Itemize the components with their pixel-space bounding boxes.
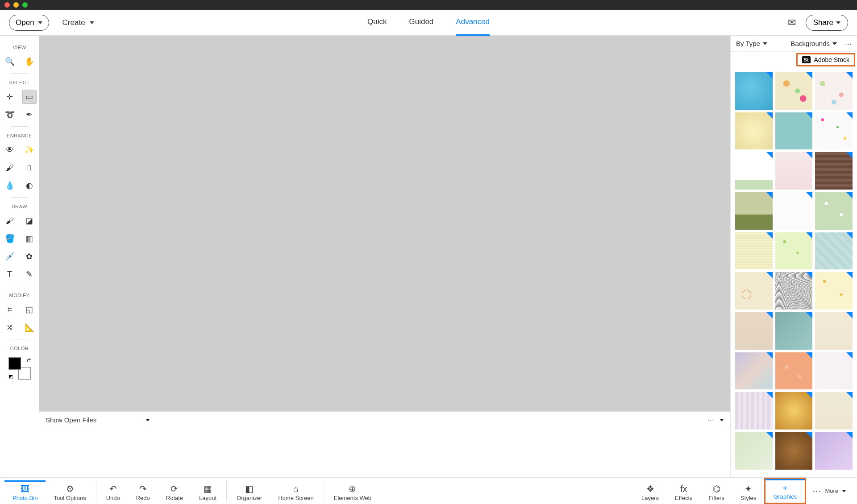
bottombar-tool-options[interactable]: ⚙Tool Options xyxy=(46,480,94,504)
background-thumb[interactable] xyxy=(775,432,813,470)
background-thumb[interactable] xyxy=(735,112,773,150)
shape-tool[interactable]: ✿ xyxy=(22,249,37,264)
background-thumb[interactable] xyxy=(735,232,773,270)
background-thumb[interactable] xyxy=(775,392,813,430)
background-thumb[interactable] xyxy=(815,152,853,190)
bottombar-styles[interactable]: ✦Styles xyxy=(732,482,764,504)
background-thumb[interactable] xyxy=(815,112,853,150)
background-thumb[interactable] xyxy=(775,272,813,310)
type-tool[interactable]: T xyxy=(3,267,17,281)
adobe-stock-button[interactable]: St Adobe Stock xyxy=(796,53,855,66)
background-thumb[interactable] xyxy=(735,192,773,230)
chevron-down-icon[interactable] xyxy=(720,419,724,421)
share-button[interactable]: Share xyxy=(806,15,848,31)
maximize-window-button[interactable] xyxy=(22,2,28,8)
background-thumb[interactable] xyxy=(775,232,813,270)
smart-brush-tool[interactable]: 🖌 xyxy=(3,161,17,175)
pencil-tool[interactable]: ✎ xyxy=(22,267,37,281)
background-thumb[interactable] xyxy=(735,352,773,390)
tab-guided[interactable]: Guided xyxy=(409,9,434,36)
background-thumb[interactable] xyxy=(815,392,853,430)
foreground-color-swatch[interactable] xyxy=(8,357,21,370)
open-button[interactable]: Open xyxy=(9,15,49,31)
brush-tool[interactable]: 🖌 xyxy=(3,214,17,228)
crop-tool[interactable]: ⌗ xyxy=(3,302,17,317)
clone-stamp-tool[interactable]: ⎍ xyxy=(22,161,37,175)
bottombar-filters[interactable]: ⌬Filters xyxy=(701,482,732,504)
bottombar-graphics[interactable]: ＋Graphics xyxy=(765,479,805,503)
create-button[interactable]: Create xyxy=(62,18,94,27)
background-thumb[interactable] xyxy=(815,352,853,390)
bottombar-item-label: Graphics xyxy=(774,493,797,500)
recompose-tool[interactable]: ◱ xyxy=(22,302,37,317)
background-thumb[interactable] xyxy=(815,432,853,470)
marquee-tool[interactable]: ▭ xyxy=(22,90,37,104)
eyedropper-tool[interactable]: 💉 xyxy=(3,249,17,264)
bottombar-item-label: Rotate xyxy=(166,495,183,501)
background-thumb[interactable] xyxy=(815,272,853,310)
gradient-tool[interactable]: ▥ xyxy=(22,231,37,246)
straighten-tool[interactable]: 📐 xyxy=(22,320,37,335)
more-icon[interactable]: ⋯ xyxy=(845,40,852,48)
close-window-button[interactable] xyxy=(4,2,10,8)
background-thumb[interactable] xyxy=(775,312,813,350)
background-thumb[interactable] xyxy=(815,232,853,270)
category-dropdown[interactable]: Backgrounds xyxy=(790,40,837,47)
tab-quick[interactable]: Quick xyxy=(367,9,387,36)
sponge-tool[interactable]: ◐ xyxy=(22,178,37,193)
tools-sidebar: VIEW 🔍 ✋ SELECT ✛ ▭ ➰ ✒ ENHANCE 👁 ✨ 🖌 ⎍ … xyxy=(0,36,39,477)
filter-by-type-dropdown[interactable]: By Type xyxy=(736,40,767,47)
lasso-tool[interactable]: ➰ xyxy=(3,107,17,122)
blur-tool[interactable]: 💧 xyxy=(3,178,17,193)
background-thumb[interactable] xyxy=(735,392,773,430)
background-thumb[interactable] xyxy=(735,272,773,310)
eraser-tool[interactable]: ◪ xyxy=(22,214,37,228)
spot-heal-tool[interactable]: ✨ xyxy=(22,143,37,157)
bottombar-organizer[interactable]: ◧Organizer xyxy=(229,482,270,504)
canvas[interactable] xyxy=(39,36,730,411)
background-thumb[interactable] xyxy=(735,152,773,190)
background-thumb[interactable] xyxy=(735,312,773,350)
background-thumb[interactable] xyxy=(775,112,813,150)
hand-tool[interactable]: ✋ xyxy=(22,54,37,69)
more-label: More xyxy=(825,487,838,494)
tab-advanced[interactable]: Advanced xyxy=(456,9,490,36)
swap-colors-icon[interactable]: ⇄ xyxy=(27,357,31,363)
canvas-area: Show Open Files ⋯ xyxy=(39,36,730,477)
background-thumb[interactable] xyxy=(815,72,853,110)
background-thumb[interactable] xyxy=(775,192,813,230)
bottombar-more[interactable]: ⋯More xyxy=(806,486,853,496)
content-aware-tool[interactable]: ⤮ xyxy=(3,320,17,335)
chevron-down-icon[interactable] xyxy=(146,419,150,421)
background-thumb[interactable] xyxy=(815,192,853,230)
graphics-icon: ＋ xyxy=(781,483,790,492)
background-thumb[interactable] xyxy=(775,72,813,110)
minimize-window-button[interactable] xyxy=(13,2,19,8)
background-thumb[interactable] xyxy=(815,312,853,350)
eye-tool[interactable]: 👁 xyxy=(3,143,17,157)
background-thumb[interactable] xyxy=(735,432,773,470)
bottombar-layers[interactable]: ❖Layers xyxy=(633,482,667,504)
bottombar-layout[interactable]: ▦Layout xyxy=(191,482,225,504)
move-tool[interactable]: ✛ xyxy=(3,90,17,104)
color-swatches[interactable]: ⇄ ◩ xyxy=(8,357,31,380)
more-icon[interactable]: ⋯ xyxy=(707,416,714,424)
mail-icon[interactable]: ✉ xyxy=(788,17,796,29)
zoom-tool[interactable]: 🔍 xyxy=(3,54,17,69)
bottombar-home-screen[interactable]: ⌂Home Screen xyxy=(270,482,321,504)
background-thumb[interactable] xyxy=(775,352,813,390)
reset-colors-icon[interactable]: ◩ xyxy=(8,374,13,380)
bottombar-photo-bin[interactable]: 🖼Photo Bin xyxy=(4,480,46,504)
background-thumb[interactable] xyxy=(735,72,773,110)
show-open-files-label[interactable]: Show Open Files xyxy=(46,416,96,424)
bottombar-undo[interactable]: ↶Undo xyxy=(98,482,128,504)
bottombar-rotate[interactable]: ⟳Rotate xyxy=(158,482,191,504)
bottombar-effects[interactable]: fxEffects xyxy=(667,482,701,504)
bottombar-redo[interactable]: ↷Redo xyxy=(128,482,158,504)
home-screen-icon: ⌂ xyxy=(293,484,299,493)
fill-tool[interactable]: 🪣 xyxy=(3,231,17,246)
background-thumb[interactable] xyxy=(775,152,813,190)
bottombar-elements-web[interactable]: ⊕Elements Web xyxy=(326,482,379,504)
quick-select-tool[interactable]: ✒ xyxy=(22,107,37,122)
section-draw: DRAW xyxy=(12,204,27,209)
